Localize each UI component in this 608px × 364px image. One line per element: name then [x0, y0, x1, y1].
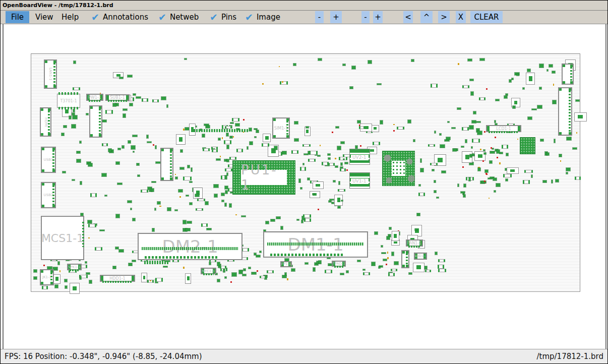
- component-usb1[interactable]: USB1: [41, 147, 56, 173]
- component-sub1-1[interactable]: SUB1-1: [105, 94, 130, 101]
- smd-part: [163, 266, 167, 268]
- smd-part: [150, 280, 151, 281]
- plus-button[interactable]: +: [373, 11, 383, 23]
- toggle-pins[interactable]: ✔ Pins: [210, 11, 236, 23]
- zoom-out-button[interactable]: -: [315, 11, 324, 23]
- component-bat1-1[interactable]: [401, 250, 409, 268]
- toggle-image[interactable]: ✔ Image: [245, 11, 280, 23]
- component-chip-right[interactable]: [520, 137, 535, 154]
- component-dm2-1[interactable]: DM2-1: [138, 233, 242, 260]
- smd-part: [88, 237, 90, 238]
- zoom-in-button[interactable]: +: [330, 11, 342, 23]
- smd-part: [225, 203, 226, 206]
- component-uv1-1[interactable]: UV1-1: [349, 172, 370, 189]
- smd-part: [458, 63, 459, 65]
- smd-part: [552, 180, 553, 183]
- component-usb2[interactable]: USB2: [41, 182, 56, 208]
- component-conn-topright-tall[interactable]: [558, 87, 572, 136]
- component-hdd1-1[interactable]: HDD1-1: [100, 275, 135, 282]
- component-lcd1-1[interactable]: LCD1-1: [486, 125, 521, 132]
- smd-part: [332, 132, 333, 133]
- smd-part: [556, 179, 558, 182]
- component-uv2-1[interactable]: UV2-1: [349, 149, 370, 165]
- minus-button[interactable]: -: [361, 11, 370, 23]
- component-spk1-1[interactable]: SPK1-1: [67, 264, 82, 270]
- smd-part: [497, 150, 500, 153]
- board-canvas[interactable]: LAN1-1T3701-1PW1-1SUB1-1HDMIUSB1USB2SIM1…: [1, 24, 608, 350]
- smd-part: [183, 220, 186, 223]
- smd-part: [480, 58, 484, 60]
- smd-part: [484, 153, 486, 154]
- component-aud1-1[interactable]: AUD1-1: [414, 253, 427, 260]
- smd-part: [417, 213, 419, 216]
- component-sim1-1[interactable]: SIM1-1: [272, 117, 290, 139]
- smd-part: [388, 273, 395, 276]
- smd-part: [88, 220, 92, 223]
- component-jk1-1[interactable]: JK1-1: [40, 269, 54, 285]
- flip-button[interactable]: ^: [420, 11, 433, 23]
- component-center: [392, 161, 406, 176]
- menu-view[interactable]: View: [30, 11, 59, 23]
- smd-part: [566, 168, 570, 171]
- smd-part: [186, 195, 189, 197]
- smd-part: [409, 273, 412, 274]
- smd-part: [203, 148, 210, 151]
- smd-part: [236, 149, 243, 152]
- component-fan1-1[interactable]: FAN1-1: [406, 239, 423, 247]
- component-hdmi1-1[interactable]: HDMI: [40, 107, 51, 137]
- component-bga-south-bridge[interactable]: [382, 151, 415, 186]
- smd-part: [155, 208, 156, 211]
- menu-file[interactable]: File: [6, 11, 29, 23]
- smd-part: [506, 94, 508, 95]
- component-fp1-1[interactable]: FP1-1: [280, 261, 292, 267]
- smd-part: [77, 159, 81, 162]
- component-pw1-1[interactable]: PW1-1: [86, 94, 103, 101]
- canvas-right-border: [605, 24, 606, 350]
- smd-part: [319, 261, 321, 264]
- smd-part: [484, 131, 485, 133]
- smd-part: [485, 173, 487, 174]
- component-pu1-1[interactable]: PU1-1: [232, 160, 295, 195]
- smd-part: [359, 126, 366, 129]
- smd-part: [250, 142, 253, 145]
- clear-button[interactable]: CLEAR: [470, 11, 503, 23]
- mirror-button[interactable]: X: [456, 11, 466, 23]
- smd-part: [242, 274, 246, 276]
- smd-part: [293, 64, 296, 66]
- smd-part: [256, 255, 260, 257]
- smd-part: [346, 271, 348, 273]
- smd-part: [281, 226, 283, 229]
- component-label: LCD1-1: [487, 126, 520, 131]
- rotate-right-button[interactable]: >: [438, 11, 450, 23]
- component-conn-mid-left[interactable]: [160, 148, 173, 181]
- smd-part: [280, 81, 288, 84]
- component-label: AUD1-1: [415, 254, 426, 259]
- toggle-annotations[interactable]: ✔ Annotations: [91, 11, 148, 23]
- rotate-left-button[interactable]: <: [403, 11, 413, 23]
- component-tpad-1[interactable]: TPAD-1: [332, 261, 346, 267]
- smd-part: [333, 180, 335, 182]
- component-mcs1-1[interactable]: MCS1-1: [41, 216, 84, 260]
- component-pinrow-bottom-left[interactable]: [144, 261, 169, 264]
- smd-part: [222, 200, 224, 202]
- component-nfc1-1[interactable]: NFC1-1: [201, 268, 216, 274]
- component-pinrow-top-center[interactable]: [194, 129, 249, 132]
- component-dm1-1[interactable]: DM1-1: [263, 231, 368, 258]
- smd-part: [469, 177, 470, 181]
- component-xdu1-1[interactable]: [89, 105, 102, 138]
- smd-part: [335, 158, 336, 159]
- toggle-netweb[interactable]: ✔ Netweb: [158, 11, 199, 23]
- smd-part: [549, 65, 553, 68]
- component-lan1-1[interactable]: LAN1-1: [44, 59, 57, 89]
- smd-part: [266, 221, 269, 224]
- smd-part: [313, 194, 315, 195]
- smd-part: [223, 269, 225, 272]
- component-conn-topright-small[interactable]: [562, 64, 574, 85]
- smd-part: [306, 127, 309, 128]
- component-t3701-1[interactable]: T3701-1: [57, 94, 80, 108]
- menu-help[interactable]: Help: [56, 11, 84, 23]
- window-titlebar[interactable]: OpenBoardView - /tmp/17812-1.brd: [1, 1, 607, 11]
- status-bar: FPS: 16 Position: -0.348", -0.946" (-8.8…: [1, 349, 607, 363]
- smd-part: [419, 185, 420, 186]
- smd-part: [502, 145, 508, 149]
